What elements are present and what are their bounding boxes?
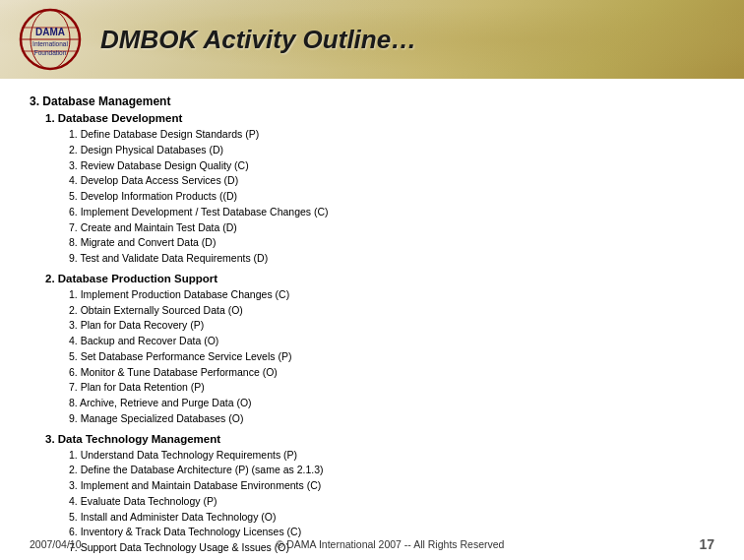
- list-item: Plan for Data Retention (P): [69, 380, 714, 396]
- list-item: Obtain Externally Sourced Data (O): [69, 303, 714, 319]
- footer-copyright: © DAMA International 2007 -- All Rights …: [82, 538, 700, 550]
- list-item: Create and Maintain Test Data (D): [69, 220, 714, 236]
- list-item: Backup and Recover Data (O): [69, 334, 714, 349]
- list-item: Install and Administer Data Technology (…: [69, 510, 714, 526]
- list-item: Manage Specialized Databases (O): [69, 411, 714, 427]
- list-item: Test and Validate Data Requirements (D): [69, 251, 714, 267]
- list-item: Implement and Maintain Database Environm…: [69, 478, 714, 494]
- subsection-2-list: Implement Production Database Changes (C…: [69, 287, 714, 427]
- header: DAMA International Foundation DMBOK Acti…: [0, 0, 744, 79]
- footer-page-number: 17: [699, 536, 714, 552]
- list-item: Define the Database Architecture (P) (sa…: [69, 463, 714, 478]
- list-item: Implement Production Database Changes (C…: [69, 287, 714, 303]
- logo: DAMA International Foundation: [16, 8, 85, 72]
- footer: 2007/04/10 © DAMA International 2007 -- …: [0, 536, 744, 552]
- list-item: Implement Development / Test Database Ch…: [69, 205, 714, 220]
- list-item: Design Physical Databases (D): [69, 143, 714, 158]
- list-item: Plan for Data Recovery (P): [69, 318, 714, 334]
- list-item: Define Database Design Standards (P): [69, 127, 714, 143]
- list-item: Understand Data Technology Requirements …: [69, 448, 714, 464]
- main-section-title: 3. Database Management: [30, 94, 714, 108]
- list-item: Monitor & Tune Database Performance (O): [69, 365, 714, 381]
- subsection-3-title: 3. Data Technology Management: [45, 433, 714, 445]
- subsection-2-title: 2. Database Production Support: [45, 273, 714, 284]
- content-area: 3. Database Management 1. Database Devel…: [0, 79, 744, 560]
- subsection-1-title: 1. Database Development: [45, 112, 714, 124]
- list-item: Develop Data Access Services (D): [69, 173, 714, 189]
- list-item: Set Database Performance Service Levels …: [69, 349, 714, 365]
- list-item: Archive, Retrieve and Purge Data (O): [69, 396, 714, 411]
- svg-text:DAMA: DAMA: [35, 27, 65, 37]
- list-item: Develop Information Products ((D): [69, 189, 714, 205]
- subsection-1-list: Define Database Design Standards (P) Des…: [69, 127, 714, 267]
- list-item: Evaluate Data Technology (P): [69, 494, 714, 510]
- svg-text:Foundation: Foundation: [34, 49, 67, 56]
- page-title: DMBOK Activity Outline…: [100, 25, 416, 55]
- svg-text:International: International: [32, 40, 68, 47]
- footer-date: 2007/04/10: [30, 538, 82, 550]
- list-item: Review Database Design Quality (C): [69, 158, 714, 174]
- list-item: Migrate and Convert Data (D): [69, 235, 714, 251]
